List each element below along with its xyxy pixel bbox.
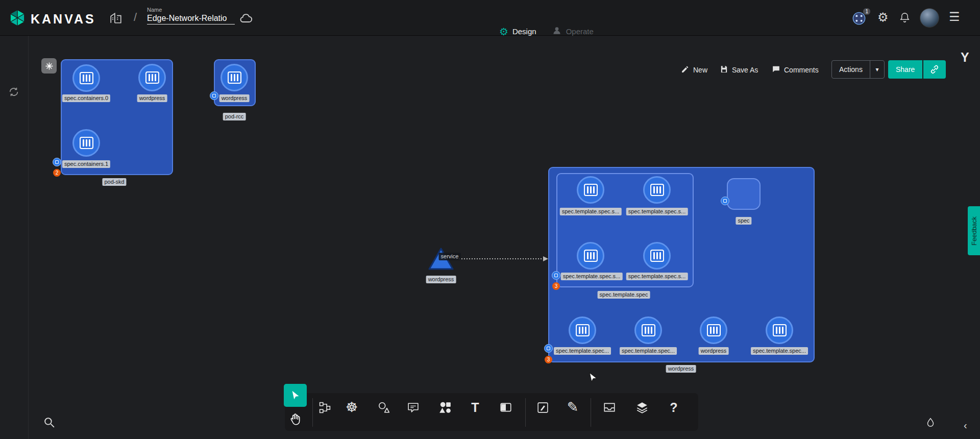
kanvas-app: KANVAS / Name 1 ⚙ ☰ ⚙ Design <box>0 0 980 439</box>
node-spec-template-2[interactable] <box>643 176 671 204</box>
media-shapes-tool[interactable] <box>433 396 457 419</box>
user-avatar[interactable] <box>920 8 939 28</box>
node-wordpress-pod-skd[interactable] <box>138 64 166 91</box>
node-spec-containers-0[interactable] <box>72 64 100 92</box>
top-bar: KANVAS / Name 1 ⚙ ☰ <box>0 0 980 36</box>
zoom-search-icon[interactable] <box>43 416 56 431</box>
node-wordpress-pod-rcc[interactable] <box>220 64 248 91</box>
group-label-pod-skd: pod-skd <box>102 178 126 186</box>
sync-status-icon[interactable] <box>8 86 19 100</box>
drawer-tool[interactable] <box>598 396 621 419</box>
extensions-icon[interactable]: 1 <box>852 11 866 26</box>
ink-drop-icon[interactable] <box>925 417 936 430</box>
node-label: spec.template.spec... <box>751 347 808 355</box>
mode-tabs: ⚙ Design Operate <box>499 26 594 37</box>
node-spec-template-3[interactable] <box>577 242 604 270</box>
container-icon <box>576 324 590 336</box>
mouse-cursor <box>587 372 599 386</box>
feedback-tab[interactable]: Feedback <box>968 206 980 255</box>
node-label: spec.template.spec... <box>554 347 611 355</box>
node-bottom-2[interactable] <box>634 316 662 344</box>
error-count-badge[interactable]: 3 <box>552 282 560 290</box>
comments-label: Comments <box>784 66 819 74</box>
pencil-tool[interactable]: ✎ <box>561 396 584 419</box>
kubernetes-badge[interactable] <box>210 91 218 100</box>
node-label: spec.containers.0 <box>62 94 110 102</box>
node-bottom-wordpress[interactable] <box>700 316 727 344</box>
actions-dropdown-arrow[interactable]: ▾ <box>870 61 884 78</box>
new-label: New <box>693 66 707 74</box>
node-label: spec <box>736 217 751 225</box>
help-tool[interactable]: ? <box>662 396 685 419</box>
node-bottom-1[interactable] <box>569 316 596 344</box>
flow-tool[interactable] <box>313 396 336 419</box>
cloud-sync-icon[interactable] <box>239 11 253 26</box>
container-icon <box>80 137 93 149</box>
share-button[interactable]: Share <box>888 60 922 79</box>
save-as-label: Save As <box>732 66 758 74</box>
node-spec-template-1[interactable] <box>577 176 604 204</box>
layer5-mark[interactable]: Y <box>961 50 969 65</box>
organization-icon[interactable] <box>109 11 122 25</box>
kubernetes-badge[interactable] <box>544 344 553 353</box>
pan-hand-tool[interactable] <box>283 408 307 431</box>
tab-design[interactable]: ⚙ Design <box>499 27 536 37</box>
service-chip: service <box>439 253 461 260</box>
share-group: Share <box>888 60 946 79</box>
cursor-arrow-icon <box>290 390 301 401</box>
notifications-bell-icon[interactable] <box>899 12 911 23</box>
comment-icon <box>772 65 780 75</box>
shape-fill-tool[interactable] <box>494 396 518 419</box>
logo-wordmark: KANVAS <box>31 12 96 27</box>
node-label: spec.template.spec.s... <box>626 273 688 280</box>
shapes-tool[interactable] <box>372 396 396 419</box>
group-freeze-button[interactable] <box>41 58 57 74</box>
save-icon <box>720 65 728 75</box>
node-label: wordpress <box>426 276 456 283</box>
copy-link-button[interactable] <box>923 60 946 79</box>
error-count-badge[interactable]: 2 <box>53 169 61 177</box>
kubernetes-badge[interactable] <box>53 158 61 166</box>
operate-tab-icon <box>552 26 562 37</box>
select-tool-button[interactable] <box>284 384 307 407</box>
group-label-pod-rcc: pod-rcc <box>223 113 246 120</box>
hamburger-menu-icon[interactable]: ☰ <box>949 11 960 23</box>
node-label: spec.containers.1 <box>62 160 110 168</box>
node-label: spec.template.spec.s... <box>560 208 622 215</box>
container-icon <box>650 250 664 262</box>
layers-tool[interactable] <box>630 396 654 419</box>
text-tool[interactable]: T <box>463 396 487 419</box>
kubernetes-badge[interactable] <box>552 271 560 280</box>
kanvas-logo-icon <box>8 9 27 29</box>
container-icon <box>228 71 241 84</box>
settings-gear-icon[interactable]: ⚙ <box>877 11 889 23</box>
save-as-button[interactable]: Save As <box>720 65 758 75</box>
node-spec-template-4[interactable] <box>643 242 671 270</box>
design-name-block: Name <box>147 7 235 25</box>
node-spec[interactable] <box>727 178 761 210</box>
operate-tab-label: Operate <box>566 27 594 36</box>
tab-operate[interactable]: Operate <box>552 26 594 37</box>
container-icon <box>707 324 721 336</box>
comment-tool[interactable] <box>401 396 425 419</box>
container-icon <box>80 72 93 84</box>
design-name-input[interactable] <box>147 13 235 25</box>
collapse-right-chevron[interactable]: ‹ <box>964 420 967 431</box>
error-count-badge[interactable]: 3 <box>545 356 552 363</box>
node-label: wordpress <box>219 94 250 102</box>
comments-button[interactable]: Comments <box>772 65 819 75</box>
node-spec-containers-1[interactable] <box>72 129 100 157</box>
container-icon <box>773 324 787 336</box>
actions-button[interactable]: Actions ▾ <box>831 60 885 79</box>
new-button[interactable]: New <box>681 65 707 75</box>
container-icon <box>145 71 159 84</box>
node-bottom-4[interactable] <box>766 316 793 344</box>
kubernetes-tool[interactable]: ☸ <box>340 396 363 419</box>
edge-service-to-deployment[interactable] <box>455 254 550 263</box>
notification-count-badge: 1 <box>863 8 870 15</box>
annotate-tool[interactable] <box>531 396 554 419</box>
kubernetes-badge[interactable] <box>721 197 729 205</box>
node-label: spec.template.spec.s... <box>561 273 623 280</box>
node-label: wordpress <box>699 347 729 355</box>
name-label: Name <box>147 7 235 13</box>
